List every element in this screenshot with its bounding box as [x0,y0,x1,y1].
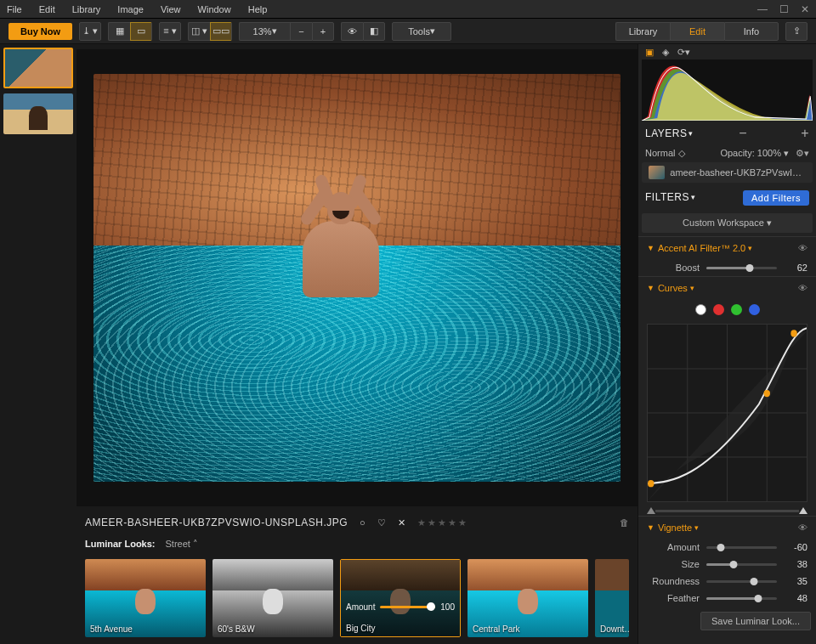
zoom-in-button[interactable]: + [312,22,334,41]
curves-channel-red[interactable] [713,304,724,315]
workspace-label: Custom Workspace [683,217,764,228]
layer-gear-icon[interactable]: ⚙▾ [796,148,809,159]
menu-edit[interactable]: Edit [39,4,55,14]
layer-item[interactable]: ameer-basheer-UKB7zPVswIo-uns… [642,162,813,183]
filmstrip-toggle-icon[interactable]: ▭▭ [210,22,232,41]
look-big-city[interactable]: Amount 100 Big City [340,559,461,637]
buy-now-button[interactable]: Buy Now [8,23,72,40]
filter-accent-eye-icon[interactable]: 👁 [798,243,808,253]
histogram-image-icon[interactable]: ▣ [645,47,654,58]
curves-channel-blue[interactable] [749,304,760,315]
rating-stars[interactable]: ★★★★★ [417,517,468,528]
svg-point-8 [790,330,796,336]
zoom-dropdown[interactable]: 13% ▾ [239,22,290,41]
tools-label: Tools [408,26,430,37]
export-icon[interactable]: ⤓ ▾ [79,22,101,41]
filter-curves-name: Curves [658,283,688,293]
share-icon[interactable]: ⇪ [785,22,808,41]
filter-curves-eye-icon[interactable]: 👁 [798,283,808,293]
filter-accent-header[interactable]: ▼Accent AI Filter™ 2.0▾ 👁 [638,237,816,259]
menu-library[interactable]: Library [72,4,101,14]
boost-value: 62 [784,263,808,273]
filter-vignette-header[interactable]: ▼Vignette▾ 👁 [638,517,816,539]
looks-category-dropdown[interactable]: Street ˄ [166,539,198,550]
menu-view[interactable]: View [161,4,181,14]
curves-channel-picker [638,299,816,320]
favorite-icon[interactable]: ♡ [377,517,386,528]
curves-white-point[interactable] [799,507,808,514]
window-maximize-icon[interactable]: ☐ [779,3,789,15]
looks-strip: 5th Avenue 60's B&W Amount 100 Big City … [76,554,638,644]
filters-header: FILTERS▾ Add Filters [638,184,816,210]
filter-curves-header[interactable]: ▼Curves▾ 👁 [638,277,816,299]
look-central-park[interactable]: Central Park [468,559,588,637]
curves-channel-green[interactable] [731,304,742,315]
save-look-button[interactable]: Save Luminar Look... [700,612,811,630]
curves-channel-luma[interactable] [695,304,706,315]
mode-edit[interactable]: Edit [670,22,724,41]
workspace-dropdown[interactable]: Custom Workspace ▾ [642,213,813,233]
vignette-size-slider[interactable]: Size 38 [638,556,816,573]
filter-vignette-eye-icon[interactable]: 👁 [798,523,808,533]
layers-header[interactable]: LAYERS▾ − + [638,121,816,146]
grid-view-icon[interactable]: ▦ [108,22,130,41]
zoom-out-button[interactable]: − [290,22,312,41]
compare-view-icon[interactable]: ◫ ▾ [188,22,210,41]
menu-help[interactable]: Help [248,4,268,14]
histogram-layers-icon[interactable]: ◈ [662,47,669,58]
preview-eye-icon[interactable]: 👁 [341,22,363,41]
filmstrip-thumb-1[interactable] [3,48,73,88]
layer-name: ameer-basheer-UKB7zPVswIo-uns… [670,167,806,178]
layers-remove-icon[interactable]: − [739,126,747,141]
blend-mode-dropdown[interactable]: Normal ◇ [645,148,685,159]
look-amount-value: 100 [440,602,455,612]
window-close-icon[interactable]: ✕ [801,3,809,15]
editor-center: AMEER-BASHEER-UKB7ZPVSWIO-UNSPLASH.JPG ○… [76,44,638,644]
tools-dropdown[interactable]: Tools ▾ [392,22,451,41]
filmstrip-thumb-2[interactable] [3,93,73,134]
filter-vignette: ▼Vignette▾ 👁 Amount -60 Size 38 Roundnes… [638,516,816,607]
look-downtown[interactable]: Downt… [595,559,629,637]
look-amount-slider[interactable]: Amount 100 [346,602,455,612]
mode-tabs: Library Edit Info [615,22,779,41]
look-5th-avenue[interactable]: 5th Avenue [85,559,206,637]
boost-slider[interactable]: Boost 62 [638,259,816,276]
menu-image[interactable]: Image [117,4,144,14]
look-60s-bw[interactable]: 60's B&W [212,559,333,637]
window-minimize-icon[interactable]: — [757,3,768,15]
look-label: Downt… [600,624,629,634]
before-after-icon[interactable]: ◧ [363,22,385,41]
menu-file[interactable]: File [7,4,22,14]
looks-category: Street [166,539,190,549]
boost-label: Boost [647,263,700,273]
curves-graph[interactable] [647,324,808,502]
histogram-history-icon[interactable]: ⟳▾ [677,47,690,58]
curves-black-point[interactable] [647,507,655,514]
canvas[interactable] [76,49,638,506]
menu-window[interactable]: Window [198,4,231,14]
filmstrip [0,44,76,644]
vignette-feather-value: 48 [784,593,808,603]
vignette-amount-slider[interactable]: Amount -60 [638,539,816,556]
photo-preview [94,74,620,482]
reject-icon[interactable]: ✕ [398,517,405,528]
list-menu-icon[interactable]: ≡ ▾ [159,22,181,41]
vignette-roundness-slider[interactable]: Roundness 35 [638,573,816,590]
filter-accent-name: Accent AI Filter™ 2.0 [658,243,745,253]
filter-vignette-name: Vignette [658,523,692,533]
vignette-feather-slider[interactable]: Feather 48 [638,590,816,607]
single-view-icon[interactable]: ▭ [130,22,152,41]
trash-icon[interactable]: 🗑 [620,517,629,528]
toolbar: Buy Now ⤓ ▾ ▦ ▭ ≡ ▾ ◫ ▾ ▭▭ 13% ▾ − + 👁 ◧… [0,19,816,44]
file-info-bar: AMEER-BASHEER-UKB7ZPVSWIO-UNSPLASH.JPG ○… [76,511,638,534]
mode-library[interactable]: Library [615,22,670,41]
look-label: Big City [346,624,375,633]
opacity-control[interactable]: Opacity: 100% ▾ [720,148,789,159]
color-tag-icon[interactable]: ○ [360,517,366,528]
mode-info[interactable]: Info [724,22,779,41]
layers-add-icon[interactable]: + [801,126,809,141]
opacity-label: Opacity: [720,148,754,158]
layers-title: LAYERS [645,127,687,139]
curves-range-slider[interactable] [638,506,816,516]
add-filters-button[interactable]: Add Filters [743,190,809,206]
